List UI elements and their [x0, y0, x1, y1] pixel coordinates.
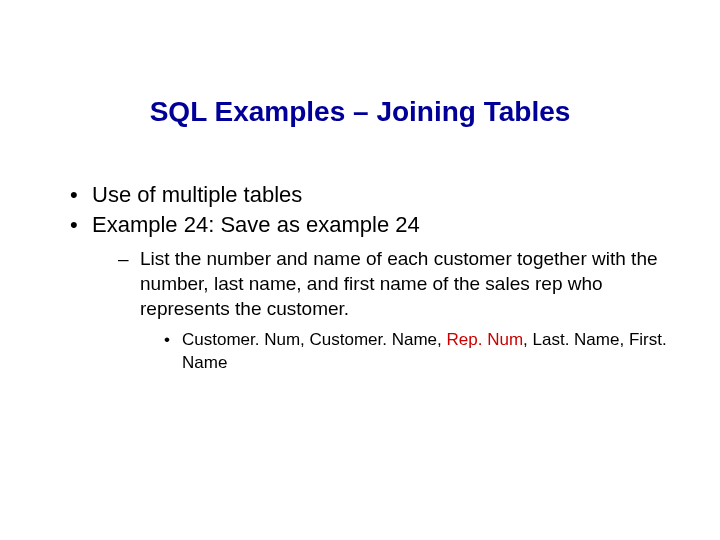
- bullet-list-level3: Customer. Num, Customer. Name, Rep. Num,…: [140, 329, 670, 375]
- bullet-list-level1: Use of multiple tables Example 24: Save …: [70, 180, 670, 375]
- subitem-text: List the number and name of each custome…: [140, 248, 658, 318]
- bullet-item: Example 24: Save as example 24 List the …: [70, 210, 670, 376]
- fields-pre: Customer. Num, Customer. Name,: [182, 330, 447, 349]
- slide: SQL Examples – Joining Tables Use of mul…: [0, 0, 720, 540]
- fields-highlight: Rep. Num: [447, 330, 524, 349]
- bullet-subsubitem: Customer. Num, Customer. Name, Rep. Num,…: [140, 329, 670, 375]
- bullet-list-level2: List the number and name of each custome…: [92, 247, 670, 375]
- slide-content: Use of multiple tables Example 24: Save …: [70, 180, 670, 375]
- bullet-text: Example 24: Save as example 24: [92, 212, 420, 237]
- slide-title: SQL Examples – Joining Tables: [0, 96, 720, 128]
- bullet-item: Use of multiple tables: [70, 180, 670, 210]
- bullet-subitem: List the number and name of each custome…: [92, 247, 670, 375]
